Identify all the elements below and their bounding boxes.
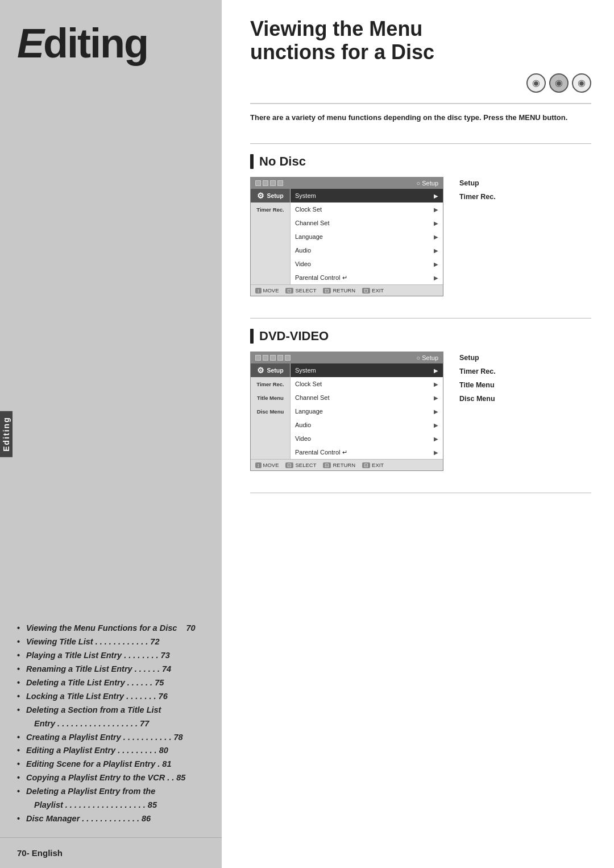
menu-row: Parental Control ↵▶ [251, 445, 443, 459]
page-number: 70- English [17, 848, 63, 858]
row-left-empty [251, 230, 291, 243]
row-left-timerrec: Timer Rec. [251, 377, 291, 391]
bottom-return: ⊡ RETURN [323, 462, 355, 468]
row-left-titlemenu: Title Menu [251, 391, 291, 404]
row-left-discmenu: Disc Menu [251, 404, 291, 418]
title-line2: unctions for a Disc [250, 40, 434, 64]
menu-row: Parental Control ↵▶ [251, 271, 443, 284]
dvd-menu: ○ Setup ⚙ Setup System▶ Timer Rec. Clock… [250, 352, 443, 471]
row-left-setup: ⚙ Setup [251, 363, 291, 377]
toc-item-label: Editing Scene for a Playlist Entry . 81 [26, 759, 171, 768]
toc-item-label: Renaming a Title List Entry . . . . . . … [26, 664, 171, 673]
page-number-area: 70- English [0, 837, 222, 868]
row-left-setup: ⚙ Setup [251, 189, 291, 202]
dvd-video-heading: DVD-VIDEO [250, 329, 591, 344]
dvd-video-label: DVD-VIDEO [259, 329, 329, 344]
menu-bottom-bar: ↕ MOVE ⊡ SELECT ⊡ RETURN ⊡ EXIT [251, 284, 443, 296]
menu-row: Channel Set▶ [251, 216, 443, 230]
menu-rows: ⚙ Setup System▶ Timer Rec. Clock Set▶ Ch… [251, 189, 443, 284]
toc-item-label: Creating a Playlist Entry . . . . . . . … [26, 733, 183, 742]
toc-item: Locking a Title List Entry . . . . . . .… [17, 690, 205, 704]
row-content-system: System▶ [291, 189, 443, 202]
square-3 [270, 180, 276, 186]
toc-item-label: Deleting a Section from a Title List [26, 705, 161, 714]
no-disc-label: No Disc [259, 154, 306, 169]
no-disc-side-notes: Setup Timer Rec. [459, 177, 496, 204]
row-content-audio: Audio▶ [291, 243, 443, 257]
row-content-channelset: Channel Set▶ [291, 216, 443, 230]
square-3 [270, 355, 276, 361]
side-note-timerrec: Timer Rec. [459, 365, 496, 379]
row-content-clockset: Clock Set▶ [291, 377, 443, 391]
section-bar-icon-dvd [250, 329, 254, 344]
toc-item: Creating a Playlist Entry . . . . . . . … [17, 731, 205, 745]
toc-item-label: Deleting a Playlist Entry from the [26, 787, 155, 796]
menu-row: Audio▶ [251, 243, 443, 257]
menu-row: Title Menu Channel Set▶ [251, 391, 443, 404]
menu-row: Timer Rec. Clock Set▶ [251, 377, 443, 391]
row-content-video: Video▶ [291, 257, 443, 271]
toc-area: Viewing the Menu Functions for a Disc 70… [0, 75, 222, 837]
square-1 [255, 180, 261, 186]
dvd-menu-rows: ⚙ Setup System▶ Timer Rec. Clock Set▶ Ti… [251, 363, 443, 459]
menu-row: Language▶ [251, 230, 443, 243]
dvd-side-notes: Setup Timer Rec. Title Menu Disc Menu [459, 352, 496, 406]
toc-item: Editing Scene for a Playlist Entry . 81 [17, 758, 205, 771]
bottom-select: ⊡ SELECT [285, 287, 316, 294]
setup-label: ○ Setup [417, 180, 438, 187]
disc-icon-3: ◉ [572, 73, 591, 93]
side-note-discmenu: Disc Menu [459, 392, 496, 406]
left-title-area: Editing [0, 0, 222, 75]
row-content-parental: Parental Control ↵▶ [291, 445, 443, 459]
toc-item: Copying a Playlist Entry to the VCR . . … [17, 771, 205, 785]
intro-text: There are a variety of menu functions de… [250, 103, 591, 123]
bottom-move: ↕ MOVE [255, 462, 279, 468]
square-2 [263, 180, 268, 186]
side-note-setup: Setup [459, 177, 496, 191]
toc-item-label: Locking a Title List Entry . . . . . . .… [26, 692, 168, 701]
disc-icons-row: ◉ ◉ ◉ [250, 73, 591, 93]
square-4 [277, 180, 283, 186]
divider-3 [250, 493, 591, 493]
side-note-setup: Setup [459, 352, 496, 365]
disc-icon-1: ◉ [526, 73, 546, 93]
title-line1: Viewing the Menu [250, 17, 422, 40]
row-content-language: Language▶ [291, 404, 443, 418]
toc-item-continued: Entry . . . . . . . . . . . . . . . . . … [17, 717, 205, 731]
toc-item: Deleting a Section from a Title List [17, 704, 205, 717]
row-left-empty [251, 257, 291, 271]
row-content-language: Language▶ [291, 230, 443, 243]
square-1 [255, 355, 261, 361]
bottom-exit: ⊡ EXIT [362, 287, 384, 294]
row-content-channelset: Channel Set▶ [291, 391, 443, 404]
row-content-system: System▶ [291, 363, 443, 377]
toc-item-label: Disc Manager . . . . . . . . . . . . . 8… [26, 814, 151, 823]
row-left-empty [251, 418, 291, 432]
row-left-empty [251, 432, 291, 445]
toc-item-label: Playing a Title List Entry . . . . . . .… [26, 651, 170, 660]
menu-row: ⚙ Setup System▶ [251, 363, 443, 377]
disc-icon-2: ◉ [549, 73, 569, 93]
dvd-menu-squares [255, 355, 291, 361]
toc-item: Deleting a Title List Entry . . . . . . … [17, 676, 205, 690]
toc-item: Disc Manager . . . . . . . . . . . . . 8… [17, 812, 205, 826]
bottom-select: ⊡ SELECT [285, 462, 316, 468]
menu-row: Video▶ [251, 432, 443, 445]
row-left-empty [251, 445, 291, 459]
toc-item-label: Deleting a Title List Entry . . . . . . … [26, 678, 164, 687]
side-tab: Editing [0, 411, 13, 457]
row-content-audio: Audio▶ [291, 418, 443, 432]
no-disc-menu-area: ○ Setup ⚙ Setup System▶ Timer Rec. Clock… [250, 177, 591, 302]
right-panel: Viewing the Menu unctions for a Disc ◉ ◉… [222, 0, 614, 868]
divider-1 [250, 143, 591, 144]
menu-squares [255, 180, 283, 186]
no-disc-heading: No Disc [250, 154, 591, 169]
bottom-return: ⊡ RETURN [323, 287, 355, 294]
row-left-empty [251, 243, 291, 257]
toc-item: Deleting a Playlist Entry from the [17, 785, 205, 799]
menu-row: Disc Menu Language▶ [251, 404, 443, 418]
toc-item: Viewing the Menu Functions for a Disc 70 [17, 622, 205, 635]
toc-item-label: Editing a Playlist Entry . . . . . . . .… [26, 746, 168, 755]
side-note-titlemenu: Title Menu [459, 379, 496, 392]
dvd-menu-top-bar: ○ Setup [251, 352, 443, 363]
